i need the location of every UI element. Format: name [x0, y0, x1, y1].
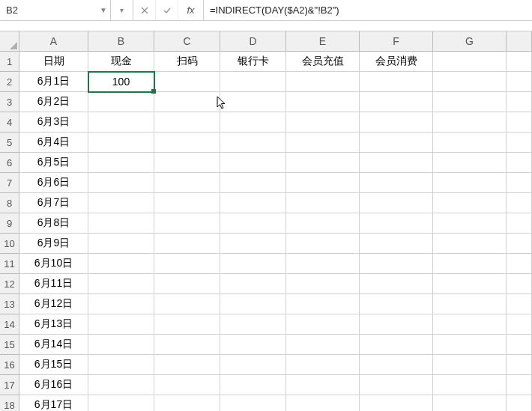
cell-D1[interactable]: 银行卡	[220, 52, 286, 72]
cell-G13[interactable]	[433, 294, 507, 314]
cell-A1[interactable]: 日期	[19, 52, 88, 72]
cell-C16[interactable]	[154, 355, 220, 375]
cell-C2[interactable]	[154, 72, 220, 92]
cell-F16[interactable]	[360, 355, 433, 375]
accept-formula-button[interactable]	[156, 0, 178, 20]
cell-D18[interactable]	[220, 395, 286, 411]
cell-E9[interactable]	[286, 213, 360, 234]
row-header-6[interactable]: 6	[0, 153, 19, 173]
cell-tail-17[interactable]	[507, 375, 532, 395]
cell-G10[interactable]	[433, 234, 507, 254]
cell-tail-3[interactable]	[507, 92, 532, 112]
cell-C7[interactable]	[154, 173, 220, 193]
formula-input[interactable]: =INDIRECT(DAY($A2)&"!B2")	[204, 0, 532, 20]
col-header-G[interactable]: G	[433, 31, 507, 52]
cell-B17[interactable]	[88, 375, 154, 395]
cell-E2[interactable]	[286, 72, 360, 92]
cell-E4[interactable]	[286, 112, 360, 133]
row-header-15[interactable]: 15	[0, 335, 19, 355]
cell-F11[interactable]	[360, 254, 433, 274]
cell-tail-10[interactable]	[507, 234, 532, 254]
cell-D7[interactable]	[220, 173, 286, 193]
cell-E11[interactable]	[286, 254, 360, 274]
cell-D12[interactable]	[220, 274, 286, 294]
cell-F18[interactable]	[360, 395, 433, 411]
cell-tail-14[interactable]	[507, 314, 532, 335]
cell-D3[interactable]	[220, 92, 286, 112]
cell-B13[interactable]	[88, 294, 154, 314]
cell-C18[interactable]	[154, 395, 220, 411]
row-header-5[interactable]: 5	[0, 133, 19, 153]
cell-F14[interactable]	[360, 314, 433, 335]
cell-C5[interactable]	[154, 133, 220, 153]
cell-F2[interactable]	[360, 72, 433, 92]
row-header-18[interactable]: 18	[0, 395, 19, 411]
cell-C6[interactable]	[154, 153, 220, 173]
row-header-8[interactable]: 8	[0, 193, 19, 213]
cell-B6[interactable]	[88, 153, 154, 173]
cell-E3[interactable]	[286, 92, 360, 112]
cell-C10[interactable]	[154, 234, 220, 254]
cell-D11[interactable]	[220, 254, 286, 274]
cell-tail-2[interactable]	[507, 72, 532, 92]
cell-G14[interactable]	[433, 314, 507, 335]
cell-D13[interactable]	[220, 294, 286, 314]
cell-G9[interactable]	[433, 213, 507, 234]
row-header-9[interactable]: 9	[0, 213, 19, 234]
row-header-17[interactable]: 17	[0, 375, 19, 395]
cell-G4[interactable]	[433, 112, 507, 133]
col-header-B[interactable]: B	[88, 31, 154, 52]
cell-G18[interactable]	[433, 395, 507, 411]
cell-E14[interactable]	[286, 314, 360, 335]
cell-C8[interactable]	[154, 193, 220, 213]
cell-A15[interactable]: 6月14日	[19, 335, 88, 355]
cell-tail-5[interactable]	[507, 133, 532, 153]
cell-A9[interactable]: 6月8日	[19, 213, 88, 234]
spreadsheet-grid[interactable]: A B C D E F G 1 日期 现金 扫码 银行卡 会员充值 会员消费 2…	[0, 31, 532, 411]
cell-D4[interactable]	[220, 112, 286, 133]
cell-E5[interactable]	[286, 133, 360, 153]
cell-tail-18[interactable]	[507, 395, 532, 411]
col-header-A[interactable]: A	[19, 31, 88, 52]
cell-B11[interactable]	[88, 254, 154, 274]
cell-A13[interactable]: 6月12日	[19, 294, 88, 314]
cell-C15[interactable]	[154, 335, 220, 355]
row-header-1[interactable]: 1	[0, 52, 19, 72]
cell-tail-8[interactable]	[507, 193, 532, 213]
cell-C1[interactable]: 扫码	[154, 52, 220, 72]
row-header-14[interactable]: 14	[0, 314, 19, 335]
cell-C4[interactable]	[154, 112, 220, 133]
cell-D16[interactable]	[220, 355, 286, 375]
cell-A4[interactable]: 6月3日	[19, 112, 88, 133]
cell-C3[interactable]	[154, 92, 220, 112]
cell-B3[interactable]	[88, 92, 154, 112]
cell-tail-15[interactable]	[507, 335, 532, 355]
cell-B7[interactable]	[88, 173, 154, 193]
cell-D17[interactable]	[220, 375, 286, 395]
cell-G1[interactable]	[433, 52, 507, 72]
cell-C12[interactable]	[154, 274, 220, 294]
expand-icon[interactable]: ▾	[111, 0, 133, 20]
cell-E6[interactable]	[286, 153, 360, 173]
cell-D15[interactable]	[220, 335, 286, 355]
col-header-E[interactable]: E	[286, 31, 360, 52]
select-all-corner[interactable]	[0, 31, 19, 52]
cell-A3[interactable]: 6月2日	[19, 92, 88, 112]
cell-tail-7[interactable]	[507, 173, 532, 193]
row-header-11[interactable]: 11	[0, 254, 19, 274]
cell-B1[interactable]: 现金	[88, 52, 154, 72]
cancel-formula-button[interactable]	[133, 0, 156, 20]
cell-E1[interactable]: 会员充值	[286, 52, 360, 72]
cell-D5[interactable]	[220, 133, 286, 153]
cell-G3[interactable]	[433, 92, 507, 112]
col-header-C[interactable]: C	[154, 31, 220, 52]
cell-G8[interactable]	[433, 193, 507, 213]
cell-A7[interactable]: 6月6日	[19, 173, 88, 193]
cell-tail-12[interactable]	[507, 274, 532, 294]
fx-button[interactable]: fx	[178, 0, 204, 20]
cell-E18[interactable]	[286, 395, 360, 411]
cell-A6[interactable]: 6月5日	[19, 153, 88, 173]
cell-A11[interactable]: 6月10日	[19, 254, 88, 274]
cell-D9[interactable]	[220, 213, 286, 234]
cell-E16[interactable]	[286, 355, 360, 375]
